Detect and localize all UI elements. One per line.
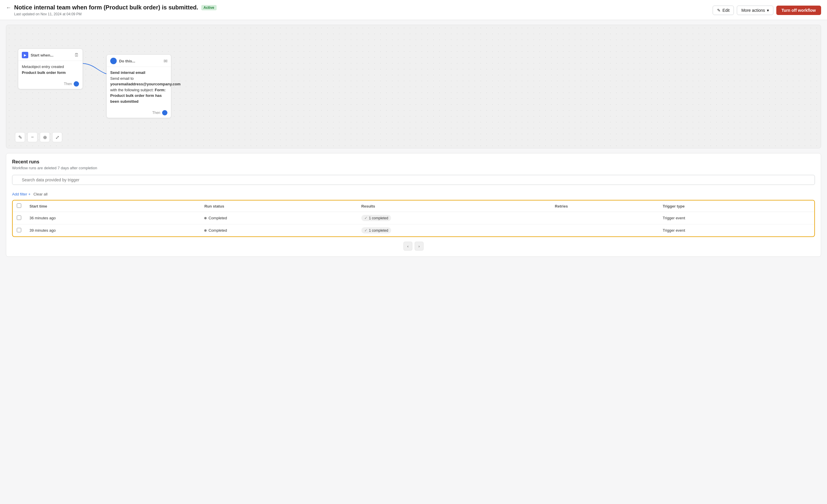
clear-all-button[interactable]: Clear all [34, 192, 48, 197]
page-header: ← Notice internal team when form (Produc… [0, 0, 827, 20]
workflow-nodes: ▶ Start when... 🗓 Metaobject entry creat… [18, 49, 171, 118]
edit-label: Edit [722, 8, 729, 13]
row1-run-status: Completed [200, 212, 357, 224]
action-then-dot [162, 110, 167, 115]
search-input[interactable] [12, 175, 815, 185]
action-node-body: Send internal email Send email to yourem… [107, 67, 171, 108]
row1-results-badge: ✓ 1 completed [361, 215, 391, 221]
recent-runs-subtitle: Workflow runs are deleted 7 days after c… [12, 166, 815, 170]
zoom-out-button[interactable]: − [28, 132, 38, 142]
more-actions-button[interactable]: More actions ▾ [737, 6, 773, 15]
action-node-header: Do this... ✉ [107, 55, 171, 67]
action-node-footer: Then [107, 108, 171, 118]
table-header-row: Start time Run status Results Retries Tr… [13, 201, 814, 212]
zoom-in-button[interactable]: ⊕ [40, 132, 50, 142]
recent-runs-section: Recent runs Workflow runs are deleted 7 … [6, 153, 821, 257]
edit-button[interactable]: ✎ Edit [713, 6, 734, 15]
more-actions-label: More actions [741, 8, 765, 13]
action-then-label: Then [152, 111, 160, 115]
row2-checkbox[interactable] [17, 228, 21, 232]
row1-retries [551, 212, 659, 224]
col-trigger-type: Trigger type [659, 201, 814, 212]
row1-start-time: 36 minutes ago [26, 212, 200, 224]
row2-start-time: 39 minutes ago [26, 224, 200, 237]
next-page-button[interactable]: › [415, 242, 424, 250]
then-label: Then [64, 82, 72, 86]
header-title-row: ← Notice internal team when form (Produc… [6, 4, 216, 11]
row1-check-icon: ✓ [364, 216, 368, 220]
row2-checkbox-cell [13, 224, 26, 237]
start-node-footer: Then [18, 79, 83, 89]
page-title: Notice internal team when form (Product … [14, 4, 198, 11]
row2-retries [551, 224, 659, 237]
play-icon: ▶ [22, 52, 28, 58]
turn-off-button[interactable]: Turn off workflow [776, 6, 821, 15]
start-node-header: ▶ Start when... 🗓 [18, 49, 83, 61]
workflow-canvas: ▶ Start when... 🗓 Metaobject entry creat… [6, 25, 821, 148]
col-retries: Retries [551, 201, 659, 212]
status-badge: Active [201, 5, 216, 10]
runs-table-wrapper: Start time Run status Results Retries Tr… [12, 200, 815, 237]
row1-checkbox[interactable] [17, 216, 21, 220]
filter-row: Add filter + Clear all [12, 192, 815, 197]
then-dot [74, 81, 79, 87]
mail-icon: ✉ [163, 58, 167, 64]
table-header: Start time Run status Results Retries Tr… [13, 201, 814, 212]
runs-table: Start time Run status Results Retries Tr… [13, 201, 814, 236]
col-results: Results [357, 201, 551, 212]
search-wrapper: 🔍 [12, 175, 815, 188]
pencil-tool-button[interactable]: ✎ [15, 132, 25, 142]
col-start-time: Start time [26, 201, 200, 212]
add-filter-button[interactable]: Add filter + [12, 192, 31, 197]
row2-results-badge: ✓ 1 completed [361, 227, 391, 233]
row2-trigger-type: Trigger event [659, 224, 814, 237]
row2-run-status: Completed [200, 224, 357, 237]
action-node-label: Do this... [119, 59, 135, 63]
row1-results: ✓ 1 completed [357, 212, 551, 224]
prev-page-button[interactable]: ‹ [403, 242, 412, 250]
table-row[interactable]: 36 minutes ago Completed ✓ 1 completed T… [13, 212, 814, 224]
row2-results: ✓ 1 completed [357, 224, 551, 237]
edit-icon: ✎ [717, 8, 721, 13]
expand-button[interactable]: ⤢ [52, 132, 62, 142]
chevron-down-icon: ▾ [767, 8, 769, 13]
header-left: ← Notice internal team when form (Produc… [6, 4, 216, 16]
header-actions: ✎ Edit More actions ▾ Turn off workflow [713, 6, 821, 15]
row1-status-dot [204, 217, 207, 219]
row1-checkbox-cell [13, 212, 26, 224]
main-content: ▶ Start when... 🗓 Metaobject entry creat… [0, 20, 827, 262]
canvas-toolbar: ✎ − ⊕ ⤢ [15, 132, 62, 142]
calendar-icon: 🗓 [74, 52, 79, 58]
pagination-row: ‹ › [12, 242, 815, 250]
table-body: 36 minutes ago Completed ✓ 1 completed T… [13, 212, 814, 237]
row2-status-dot [204, 229, 207, 232]
row2-check-icon: ✓ [364, 228, 368, 233]
table-row[interactable]: 39 minutes ago Completed ✓ 1 completed T… [13, 224, 814, 237]
col-checkbox [13, 201, 26, 212]
last-updated: Last updated on Nov 11, 2024 at 04:09 PM [14, 12, 216, 16]
email-trigger-dot [110, 58, 117, 64]
start-node-body: Metaobject entry created Product bulk or… [18, 61, 83, 79]
col-run-status: Run status [200, 201, 357, 212]
action-node: Do this... ✉ Send internal email Send em… [106, 54, 171, 118]
row1-trigger-type: Trigger event [659, 212, 814, 224]
back-button[interactable]: ← [6, 5, 11, 10]
action-node-header-left: Do this... [110, 58, 135, 64]
recent-runs-title: Recent runs [12, 159, 815, 165]
select-all-checkbox[interactable] [17, 204, 21, 208]
start-node-header-left: ▶ Start when... [22, 52, 53, 58]
start-node: ▶ Start when... 🗓 Metaobject entry creat… [18, 49, 83, 89]
start-node-label: Start when... [31, 53, 53, 57]
